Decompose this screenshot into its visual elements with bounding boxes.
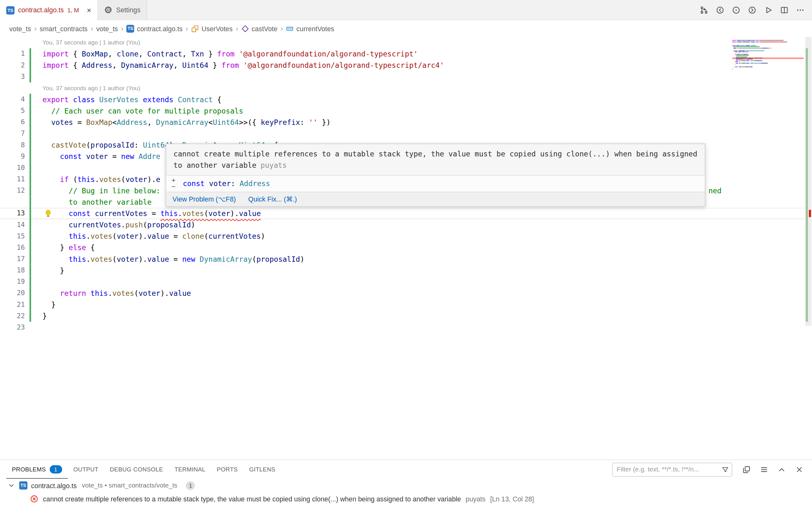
more-actions-icon[interactable] [793,3,807,17]
problems-filter-input[interactable] [612,466,731,473]
line-number[interactable]: 10 [0,162,25,173]
git-change-indicator[interactable] [30,173,31,185]
panel-tab-ports[interactable]: PORTS [211,460,244,479]
line-number[interactable]: 18 [0,265,25,276]
code-line[interactable]: 17 this.votes(voter).value = new Dynamic… [0,253,805,265]
code-line[interactable]: 7 [0,128,805,139]
open-changes-icon[interactable] [729,3,743,17]
git-change-indicator[interactable] [30,139,31,151]
code-line[interactable]: 16 } else { [0,242,805,253]
code-line[interactable]: 6 votes = BoxMap<Address, DynamicArray<U… [0,117,805,128]
git-change-indicator[interactable] [30,162,31,173]
line-number[interactable]: 3 [0,71,25,82]
line-number[interactable]: 22 [0,310,25,322]
line-number[interactable]: 19 [0,276,25,288]
git-change-indicator[interactable] [30,288,31,299]
tab-settings[interactable]: Settings [98,0,147,19]
git-change-indicator[interactable] [30,310,31,322]
git-change-indicator[interactable] [30,185,31,197]
lightbulb-icon[interactable] [44,209,52,217]
breadcrumb-item-vote-ts[interactable]: vote_ts [10,25,31,32]
line-number[interactable]: 16 [0,242,25,253]
git-change-indicator[interactable] [30,253,31,265]
overview-ruler[interactable] [805,37,812,460]
git-change-indicator[interactable] [30,197,31,208]
close-panel-icon[interactable] [793,463,806,476]
code-line[interactable]: 20 return this.votes(voter).value [0,288,805,299]
line-number[interactable]: 4 [0,94,25,105]
next-change-icon[interactable] [745,3,759,17]
view-as-tree-icon[interactable] [757,463,771,476]
view-problem-link[interactable]: View Problem (⌥F8) [172,195,236,203]
git-change-indicator[interactable] [30,128,31,139]
git-change-indicator[interactable] [30,71,31,82]
line-number[interactable]: 9 [0,151,25,162]
panel-tab-debug-console[interactable]: DEBUG CONSOLE [104,460,169,479]
line-number[interactable]: 14 [0,219,25,230]
git-change-indicator[interactable] [30,48,31,60]
line-number[interactable]: 12 [0,185,25,197]
line-number[interactable]: 6 [0,117,25,128]
line-number[interactable]: 13 [0,208,25,219]
git-change-indicator[interactable] [30,208,31,219]
filter-icon[interactable] [722,466,729,473]
problem-row[interactable]: cannot create multiple references to a m… [0,492,812,506]
panel-tab-output[interactable]: OUTPUT [68,460,104,479]
code-line[interactable]: 14 currentVotes.push(proposalId) [0,219,805,230]
split-editor-icon[interactable] [777,3,791,17]
code-line[interactable]: 3 [0,71,805,82]
panel-tab-gitlens[interactable]: GITLENS [243,460,281,479]
line-number[interactable]: 11 [0,173,25,185]
git-change-indicator[interactable] [30,94,31,105]
previous-change-icon[interactable] [713,3,727,17]
line-number[interactable]: 23 [0,322,25,333]
git-change-indicator[interactable] [30,230,31,242]
git-change-indicator[interactable] [30,105,31,117]
codelens[interactable]: You, 37 seconds ago | 1 author (You) [0,82,805,94]
line-number[interactable]: 17 [0,253,25,265]
line-number[interactable]: 20 [0,288,25,299]
maximize-panel-icon[interactable] [775,463,788,476]
line-number[interactable]: 1 [0,48,25,60]
close-tab-icon[interactable]: × [87,6,91,14]
code-editor[interactable]: You, 37 seconds ago | 1 author (You)1imp… [0,37,812,460]
panel-tab-terminal[interactable]: TERMINAL [169,460,211,479]
panel-tab-problems[interactable]: PROBLEMS1 [6,460,68,479]
line-number[interactable]: 7 [0,128,25,139]
line-number[interactable]: 5 [0,105,25,117]
git-change-indicator[interactable] [30,60,31,71]
code-line[interactable]: 4export class UserVotes extends Contract… [0,94,805,105]
code-line[interactable]: 5 // Each user can vote for multiple pro… [0,105,805,117]
git-change-indicator[interactable] [30,219,31,230]
git-change-indicator[interactable] [30,117,31,128]
run-icon[interactable] [761,3,775,17]
code-line[interactable]: 13 const currentVotes = this.votes(voter… [0,208,805,219]
breadcrumb-item-currentvotes[interactable]: currentVotes [286,25,334,32]
code-line[interactable]: 15 this.votes(voter).value = clone(curre… [0,230,805,242]
minimap[interactable] [732,39,804,127]
code-line[interactable]: 22} [0,310,805,322]
code-line[interactable]: 18 } [0,265,805,276]
git-change-indicator[interactable] [30,242,31,253]
code-line[interactable]: 21 } [0,299,805,310]
git-change-indicator[interactable] [30,265,31,276]
breadcrumb-item-vote-ts[interactable]: vote_ts [96,25,118,32]
breadcrumb-item-contract-algo-ts[interactable]: TScontract.algo.ts [126,25,183,32]
problems-file-row[interactable]: TS contract.algo.ts vote_ts • smart_cont… [0,479,812,492]
git-change-indicator[interactable] [30,151,31,162]
codelens[interactable]: You, 37 seconds ago | 1 author (You) [0,37,805,48]
decrease-verbosity-button[interactable]: − [171,184,177,189]
collapse-all-icon[interactable] [740,463,753,476]
breadcrumb-item-uservotes[interactable]: UserVotes [191,25,232,32]
code-line[interactable]: 2import { Address, DynamicArray, Uint64 … [0,60,805,71]
line-number[interactable]: 2 [0,60,25,71]
git-change-indicator[interactable] [30,276,31,288]
code-line[interactable]: 1import { BoxMap, clone, Contract, Txn }… [0,48,805,60]
git-change-indicator[interactable] [30,299,31,310]
code-line[interactable]: 23 [0,322,805,333]
increase-verbosity-button[interactable]: + [171,178,177,183]
line-number[interactable]: 15 [0,230,25,242]
breadcrumb-item-smart-contracts[interactable]: smart_contracts [40,25,88,32]
quick-fix-link[interactable]: Quick Fix... (⌘.) [248,195,297,203]
breadcrumb-item-castvote[interactable]: castVote [241,25,277,32]
